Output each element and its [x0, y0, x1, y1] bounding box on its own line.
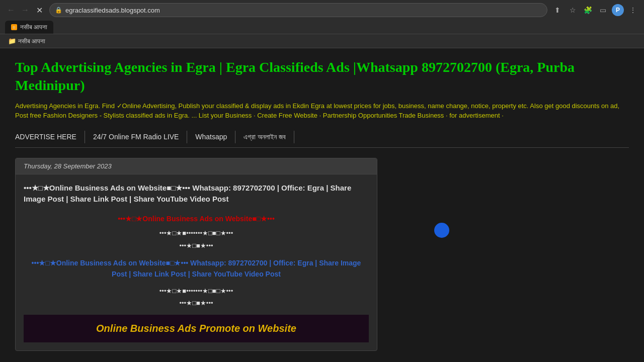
main-content: Top Advertising Agencies in Egra | Egra …: [0, 48, 644, 362]
page-content: Top Advertising Agencies in Egra | Egra …: [0, 48, 644, 362]
url-text: egraclassifiedsads.blogspot.com: [65, 7, 542, 14]
browser-tabs: B नसीब आपना: [0, 20, 644, 34]
browser-toolbar: ← → ✕ 🔒 egraclassifiedsads.blogspot.com …: [0, 0, 644, 20]
profile-avatar[interactable]: P: [612, 4, 624, 16]
tab-favicon: B: [11, 24, 17, 30]
blog-post-title: •••★□★Online Business Ads on Website■□★•…: [24, 183, 369, 205]
blog-container: Thursday, 28 September 2023 •••★□★Online…: [15, 158, 377, 351]
post-center-line4: •••★□■★•••: [24, 298, 369, 309]
blog-date: Thursday, 28 September 2023: [16, 158, 377, 174]
lock-icon: 🔒: [55, 7, 62, 14]
active-tab[interactable]: B नसीब आपना: [5, 21, 53, 34]
site-header: Top Advertising Agencies in Egra | Egra …: [15, 58, 629, 121]
banner-text: Online Business Ads Promote on Website: [96, 323, 296, 334]
address-bar[interactable]: 🔒 egraclassifiedsads.blogspot.com: [49, 3, 547, 17]
tab-label: नसीब आपना: [20, 24, 47, 31]
toolbar-actions: ⬆ ☆ 🧩 ▭ P ⋮: [551, 4, 639, 16]
nav-radio[interactable]: 24/7 Online FM Radio LIVE: [85, 131, 187, 143]
post-link[interactable]: •••★□★Online Business Ads on Website■□★•…: [24, 257, 369, 280]
bookmark-label: नसीब आपना: [18, 38, 45, 45]
back-button[interactable]: ←: [5, 4, 17, 16]
bookmarks-bar: 📁 नसीब आपना: [0, 34, 644, 48]
site-title: Top Advertising Agencies in Egra | Egra …: [15, 58, 629, 95]
nav-advertise[interactable]: ADVERTISE HERE: [15, 131, 85, 143]
post-center-line2: •••★□■★•••: [24, 241, 369, 251]
post-banner: Online Business Ads Promote on Website: [24, 315, 369, 342]
share-button[interactable]: ⬆: [551, 4, 564, 16]
browser-chrome: ← → ✕ 🔒 egraclassifiedsads.blogspot.com …: [0, 0, 644, 34]
post-center-line1: •••★□★■•••••••★□■□★•••: [24, 228, 369, 239]
menu-button[interactable]: ⋮: [627, 4, 639, 16]
folder-icon: 📁: [8, 37, 16, 45]
bookmark-button[interactable]: ☆: [567, 4, 579, 16]
nav-whatsapp[interactable]: Whatsapp: [187, 131, 235, 143]
sidebar-button[interactable]: ▭: [597, 4, 609, 16]
post-red-line: •••★□★Online Business Ads on Website■□★•…: [24, 213, 369, 224]
bookmark-item[interactable]: 📁 नसीब आपना: [5, 36, 48, 46]
blog-post: •••★□★Online Business Ads on Website■□★•…: [16, 174, 377, 350]
forward-button[interactable]: →: [19, 4, 31, 16]
site-description: Advertising Agencies in Egra. Find ✓Onli…: [15, 101, 629, 121]
site-nav: ADVERTISE HERE 24/7 Online FM Radio LIVE…: [15, 131, 629, 148]
reload-button[interactable]: ✕: [33, 4, 45, 16]
nav-jobs[interactable]: এগ্রা অনলাইন জব: [235, 131, 294, 143]
extensions-button[interactable]: 🧩: [582, 4, 594, 16]
post-center-line3: •••★□★■•••••••★□■□★•••: [24, 286, 369, 297]
nav-buttons: ← → ✕: [5, 4, 45, 16]
post-body: •••★□★Online Business Ads on Website■□★•…: [24, 213, 369, 309]
